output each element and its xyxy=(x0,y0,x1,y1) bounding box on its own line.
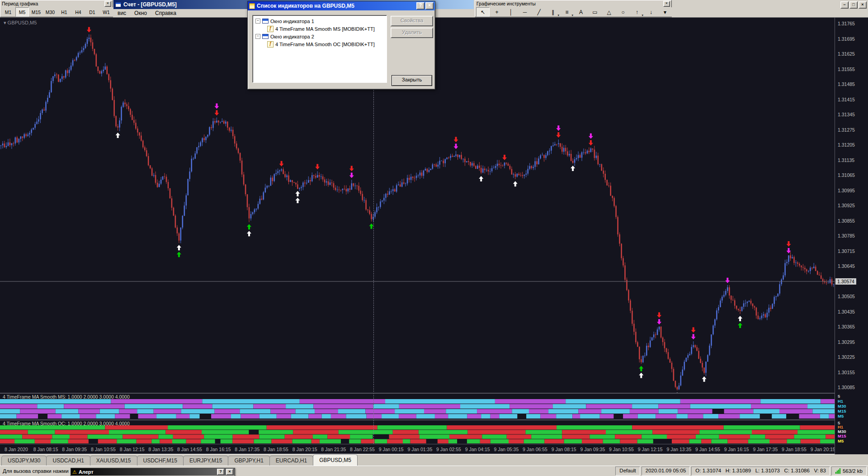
tree-window-item[interactable]: −Окно индикатора 1 xyxy=(254,17,386,25)
arrow-up-icon[interactable]: ↑▾ xyxy=(630,7,644,17)
fibonacci-icon[interactable]: ≡▾ xyxy=(560,7,574,17)
price-axis-label: 1.31205 xyxy=(838,142,855,148)
price-axis-label: 1.30365 xyxy=(838,324,855,329)
period-button-h4[interactable]: H4 xyxy=(71,7,85,17)
time-axis[interactable]: 8 Jan 20208 Jan 08:158 Jan 09:358 Jan 10… xyxy=(0,444,868,454)
text-icon[interactable]: A xyxy=(574,7,588,17)
close-icon[interactable]: × xyxy=(663,1,670,7)
indicators-tree: −Окно индикатора 1ƒ4 TimeFrame MA Smooth… xyxy=(253,15,387,50)
pane-tf-label-m5: M5 xyxy=(838,414,844,419)
price-axis-label: 1.30785 xyxy=(838,233,855,238)
alert-icon: ⚠ xyxy=(72,469,77,475)
window-controls: – □ × xyxy=(840,1,867,9)
triangle-icon[interactable]: △ xyxy=(602,7,616,17)
traffic-segment: 563/2 kb xyxy=(831,466,867,476)
period-button-m15[interactable]: M15 xyxy=(29,7,43,17)
rectangle-icon[interactable]: ▭ xyxy=(588,7,602,17)
profile-segment[interactable]: Default xyxy=(615,466,640,476)
menu-item-2[interactable]: Справка xyxy=(151,10,180,17)
indicators-listbox[interactable]: −Окно индикатора 1ƒ4 TimeFrame MA Smooth… xyxy=(252,15,387,83)
properties-button[interactable]: Свойства xyxy=(391,16,433,26)
horizontal-line-icon[interactable]: ─ xyxy=(518,7,532,17)
pane-scale-label: 5 xyxy=(838,394,840,399)
price-axis-label: 1.30715 xyxy=(838,248,855,254)
tree-indicator-label: 4 TimeFrame MA Smooth MS [MOBIDIK+TT] xyxy=(275,26,375,32)
collapse-icon[interactable]: − xyxy=(255,34,260,39)
time-axis-label: 8 Jan 18:55 xyxy=(264,447,288,452)
close-icon[interactable]: × xyxy=(226,469,233,475)
connection-bars-icon xyxy=(835,468,840,474)
period-toolbar-titlebar[interactable]: Период графика × xyxy=(0,0,113,7)
chart-tab-eurcadh1[interactable]: EURCAD,H1 xyxy=(269,456,313,466)
time-axis-label: 9 Jan 00:15 xyxy=(379,447,404,452)
period-button-m5[interactable]: M5 xyxy=(15,7,29,17)
traffic-text: 563/2 kb xyxy=(843,467,863,475)
period-button-d1[interactable]: D1 xyxy=(85,7,99,17)
crosshair-icon[interactable]: + xyxy=(490,7,504,17)
period-button-m1[interactable]: M1 xyxy=(1,7,15,17)
ellipse-icon[interactable]: ○ xyxy=(616,7,630,17)
cursor-icon[interactable]: ↖ xyxy=(476,7,490,17)
price-axis-label: 1.31275 xyxy=(838,127,855,133)
time-axis-label: 9 Jan 04:15 xyxy=(465,447,490,452)
chart-tab-eurjpym15[interactable]: EURJPY,M15 xyxy=(183,456,228,466)
alert-titlebar[interactable]: ⚠ Алерт ? × xyxy=(71,468,235,476)
close-icon[interactable]: × xyxy=(104,1,111,7)
indicator-window-icon xyxy=(262,34,269,39)
chart-tab-gbpusdm5[interactable]: GBPUSD,M5 xyxy=(313,454,358,466)
time-axis-label: 9 Jan 01:35 xyxy=(407,447,432,452)
dropdown-caret-icon: ▾ xyxy=(642,14,643,17)
dialog-titlebar[interactable]: Список индикаторов на GBPUSD,M5 ? × xyxy=(248,1,435,10)
help-icon[interactable]: ? xyxy=(217,469,224,475)
price-axis-label: 1.30295 xyxy=(838,339,855,345)
tree-indicator-item[interactable]: ƒ4 TimeFrame MA Smooth OC [MOBIDIK+TT] xyxy=(254,40,386,48)
menu-item-0[interactable]: вис xyxy=(113,10,130,17)
price-axis-label: 1.31485 xyxy=(838,81,855,87)
chart-tab-usdjpym30[interactable]: USDJPY,M30 xyxy=(1,456,47,466)
chart-tab-usdchfm15[interactable]: USDCHF,M15 xyxy=(137,456,184,466)
vertical-line-icon[interactable]: │ xyxy=(504,7,518,17)
time-axis-label: 9 Jan 10:55 xyxy=(609,447,634,452)
chart-tab-xauusdm15[interactable]: XAUUSD,M15 xyxy=(90,456,137,466)
help-icon[interactable]: ? xyxy=(416,2,425,10)
price-axis-label: 1.31765 xyxy=(838,21,855,26)
period-toolbar: Период графика × M1M5M15M30H1H4D1W1MN xyxy=(0,0,113,17)
close-icon[interactable]: × xyxy=(425,2,434,10)
pane-tf-label-m5: M5 xyxy=(838,439,844,443)
trendline-icon[interactable]: ╱ xyxy=(532,7,546,17)
arrow-down-icon[interactable]: ↓ xyxy=(644,7,658,17)
time-axis-label: 9 Jan 06:55 xyxy=(523,447,547,452)
graphic-toolbar-titlebar[interactable]: Графические инструменты × xyxy=(475,0,671,7)
price-axis[interactable]: 1.317651.316951.316251.315551.314851.314… xyxy=(835,18,868,454)
app-icon xyxy=(115,2,121,7)
time-axis-label: 9 Jan 18:55 xyxy=(782,447,807,452)
delete-button[interactable]: Удалить xyxy=(391,28,433,38)
graphic-tools: ↖+│─╱∥▾≡▾A▭△○↑▾↓▾ xyxy=(475,7,671,17)
restore-icon[interactable]: □ xyxy=(849,1,858,9)
equidistant-channel-icon[interactable]: ∥▾ xyxy=(546,7,560,17)
time-axis-label: 8 Jan 2020 xyxy=(5,447,28,452)
menu-item-1[interactable]: Окно xyxy=(130,10,151,17)
pane-splitter[interactable] xyxy=(0,393,868,394)
chart-tab-usdcadh1[interactable]: USDCAD,H1 xyxy=(46,456,90,466)
time-segment: 2020.01.09 05:05 xyxy=(642,466,690,476)
tree-indicator-item[interactable]: ƒ4 TimeFrame MA Smooth MS [MOBIDIK+TT] xyxy=(254,25,386,33)
price-axis-label: 1.30925 xyxy=(838,203,855,208)
collapse-icon[interactable]: − xyxy=(255,19,260,24)
close-icon[interactable]: × xyxy=(859,1,867,9)
tree-window-item[interactable]: −Окно индикатора 2 xyxy=(254,33,386,40)
time-axis-label: 9 Jan 02:55 xyxy=(436,447,461,452)
pane-splitter[interactable] xyxy=(0,419,868,420)
price-axis-label: 1.30155 xyxy=(838,370,855,375)
chart-tab-gbpjpyh1[interactable]: GBPJPY,H1 xyxy=(228,456,269,466)
time-axis-label: 9 Jan 08:15 xyxy=(552,447,576,452)
period-button-h1[interactable]: H1 xyxy=(57,7,71,17)
period-button-w1[interactable]: W1 xyxy=(99,7,113,17)
period-button-m30[interactable]: M30 xyxy=(43,7,57,17)
minimize-icon[interactable]: – xyxy=(840,1,849,9)
more-tools-icon[interactable]: ▾ xyxy=(658,7,672,17)
current-price-tag: 1.30574 xyxy=(835,278,856,285)
alert-window[interactable]: ⚠ Алерт ? × xyxy=(71,468,235,476)
close-button[interactable]: Закрыть xyxy=(392,75,432,86)
time-axis-label: 8 Jan 21:35 xyxy=(321,447,346,452)
